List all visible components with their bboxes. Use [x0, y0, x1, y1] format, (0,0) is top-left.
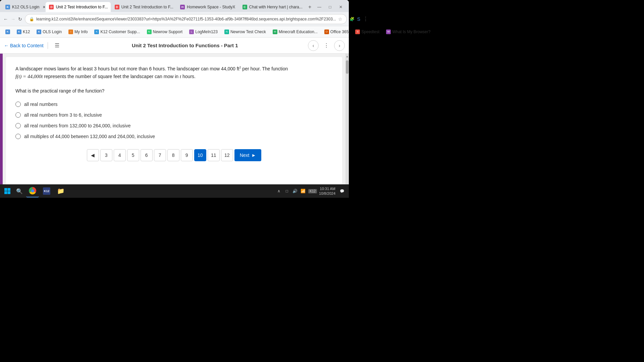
close-button[interactable]: ✕	[336, 2, 345, 12]
clock-time: 10:31 AM	[319, 186, 335, 191]
bm-label-cs: K12 Customer Supp...	[100, 29, 140, 34]
question-area: A landscaper mows lawns for at least 3 h…	[6, 57, 342, 194]
display-icon[interactable]: □	[283, 188, 290, 194]
bm-label-wb: What Is My Browser?	[392, 29, 430, 34]
scroll-up-arrow[interactable]: ▲	[345, 54, 349, 59]
taskbar-chrome-app[interactable]	[26, 185, 39, 197]
prev-page-btn[interactable]: ◀	[87, 149, 99, 161]
bm-favicon-st: S	[355, 29, 360, 34]
page-btn-9[interactable]: 9	[181, 149, 193, 161]
clock-date: 10/8/2024	[319, 191, 335, 196]
volume-icon[interactable]: 🔊	[291, 188, 298, 194]
scrollbar[interactable]: ▲	[345, 54, 349, 198]
page-btn-5[interactable]: 5	[127, 149, 139, 161]
bookmark-office365[interactable]: O Office 365	[322, 28, 351, 35]
tab-close-1[interactable]: ✕	[110, 4, 111, 10]
forward-nav-button[interactable]: →	[11, 14, 15, 24]
next-page-button[interactable]: ›	[334, 40, 345, 51]
page-btn-4[interactable]: 4	[114, 149, 126, 161]
bookmark-customer-support[interactable]: K K12 Customer Supp...	[92, 28, 143, 35]
page-btn-11[interactable]: 11	[208, 149, 220, 161]
profile-button[interactable]: S	[357, 14, 360, 24]
page-btn-12[interactable]: 12	[221, 149, 233, 161]
option-4[interactable]: all multiples of 44,000 between 132,000 …	[15, 134, 333, 139]
bookmark-k12-icon[interactable]: K	[3, 28, 13, 35]
bookmark-newrow-test[interactable]: N Newrow Test Check	[222, 28, 269, 35]
back-to-content-link[interactable]: ← Back to Content	[4, 43, 44, 48]
minimize-button[interactable]: —	[315, 2, 324, 12]
question-prompt: What is the practical range of the funct…	[15, 87, 333, 95]
question-text-part4: hours.	[182, 74, 196, 79]
system-clock[interactable]: 10:31 AM 10/8/2024	[319, 186, 335, 196]
tab-unit2-test-1[interactable]: D Unit 2 Test Introduction to F... ✕	[46, 2, 110, 12]
wifi-icon[interactable]: 📶	[300, 188, 306, 194]
menu-button[interactable]: ⋮	[363, 14, 369, 24]
bookmark-minecraft[interactable]: M Minecraft Education...	[270, 28, 320, 35]
page-btn-6[interactable]: 6	[141, 149, 153, 161]
bm-label-o365: Office 365	[330, 29, 348, 34]
tab-label-2: Unit 2 Test Introduction to F...	[121, 5, 173, 9]
taskbar-files-app[interactable]: 📁	[54, 185, 67, 197]
taskbar: 🔍 K12 📁 ∧ □ 🔊 📶 K12 10:31 AM 10/8/2024	[0, 184, 349, 198]
chrome-inner	[31, 189, 34, 192]
question-paragraph: A landscaper mows lawns for at least 3 h…	[15, 65, 333, 80]
radio-4[interactable]	[15, 134, 21, 139]
page-btn-8[interactable]: 8	[167, 149, 179, 161]
new-tab-button[interactable]: +	[306, 2, 314, 12]
option-2[interactable]: all real numbers from 3 to 6, inclusive	[15, 112, 333, 118]
more-options-button[interactable]: ⋮	[321, 41, 331, 51]
bm-favicon-2: K	[17, 29, 21, 34]
tab-chat[interactable]: C Chat with Henry hart | chara... ✕	[239, 2, 305, 12]
url-input[interactable]: 🔒 learning.k12.com/d2l/le/enhancedSequen…	[25, 14, 347, 24]
prompt-text: What is the practical range of the funct…	[15, 88, 104, 94]
hamburger-menu-button[interactable]: ☰	[52, 41, 62, 51]
search-button[interactable]: 🔍	[14, 186, 25, 196]
bm-label-st: Speedtest	[361, 29, 379, 34]
radio-3[interactable]	[15, 123, 21, 128]
scroll-thumb[interactable]	[346, 60, 348, 74]
chevron-up-icon[interactable]: ∧	[275, 188, 282, 194]
bookmark-k12-text[interactable]: K K12	[14, 28, 33, 35]
tab-unit2-test-2[interactable]: D Unit 2 Test Introduction to F... ✕	[111, 2, 176, 12]
next-arrow-icon: ►	[251, 153, 256, 158]
bookmark-ols-login[interactable]: K OLS Login	[34, 28, 64, 35]
back-nav-button[interactable]: ←	[3, 14, 8, 24]
taskbar-k12-app[interactable]: K12	[40, 185, 53, 197]
radio-2[interactable]	[15, 112, 21, 118]
answer-options-group: all real numbers all real numbers from 3…	[15, 102, 333, 139]
page-btn-3[interactable]: 3	[100, 149, 112, 161]
tab-close-hw[interactable]: ✕	[237, 4, 238, 10]
bookmark-speedtest[interactable]: S Speedtest	[353, 28, 382, 35]
tab-close-chat[interactable]: ✕	[305, 4, 305, 10]
tab-favicon-1: D	[49, 5, 54, 9]
page-btn-7[interactable]: 7	[154, 149, 166, 161]
next-button[interactable]: Next ►	[234, 149, 262, 161]
bookmark-logmein[interactable]: L LogMeIn123	[186, 28, 220, 35]
tab-k12-ols[interactable]: K K12 OLS Login ✕	[2, 2, 45, 12]
tab-homework-space[interactable]: H Homework Space - StudyX ✕	[177, 2, 238, 12]
bm-label-nt: Newrow Test Check	[230, 29, 266, 34]
bm-label-ns: Newrow Support	[153, 29, 183, 34]
bookmark-whatismybrowser[interactable]: W What Is My Browser?	[383, 28, 433, 35]
bookmark-my-info[interactable]: i My Info	[66, 28, 90, 35]
maximize-button[interactable]: □	[325, 2, 335, 12]
option-2-label: all real numbers from 3 to 6, inclusive	[24, 112, 102, 118]
notification-button[interactable]: 💬	[337, 186, 347, 196]
prev-page-button[interactable]: ‹	[308, 40, 319, 51]
page-btn-10[interactable]: 10	[194, 149, 206, 161]
bookmark-star-icon[interactable]: ☆	[338, 16, 342, 22]
bookmark-newrow-support[interactable]: N Newrow Support	[144, 28, 185, 35]
bm-favicon-info: i	[68, 29, 73, 34]
nav-divider	[48, 42, 48, 49]
tab-close-2[interactable]: ✕	[175, 4, 176, 10]
radio-1[interactable]	[15, 102, 21, 107]
bm-label-k12: K12	[23, 29, 30, 34]
start-button[interactable]	[2, 186, 13, 196]
option-1[interactable]: all real numbers	[15, 102, 333, 107]
option-3[interactable]: all real numbers from 132,000 to 264,000…	[15, 123, 333, 128]
tab-label-hw: Homework Space - StudyX	[187, 5, 235, 9]
reload-button[interactable]: ↻	[18, 14, 22, 24]
tab-close-k12[interactable]: ✕	[41, 4, 45, 10]
extensions-button[interactable]: 🧩	[350, 14, 355, 24]
bm-favicon-lm: L	[189, 29, 194, 34]
